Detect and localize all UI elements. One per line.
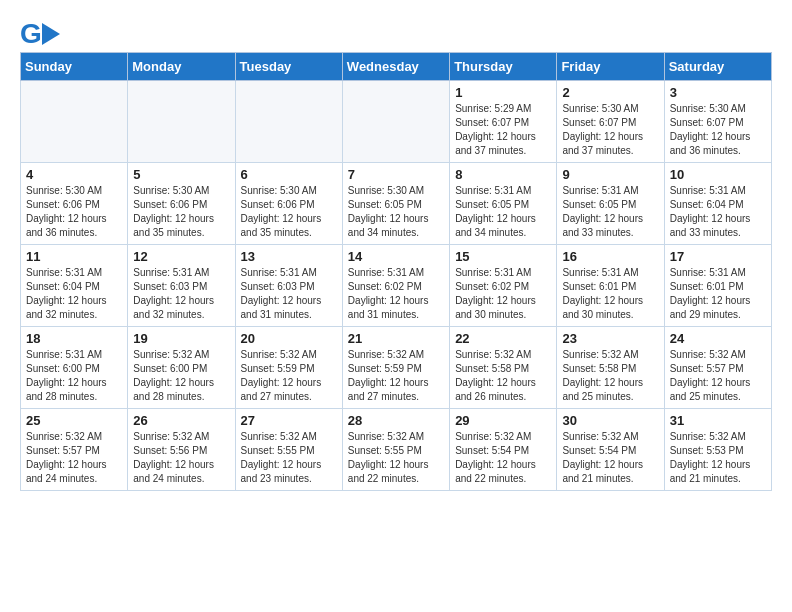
calendar-cell: 20Sunrise: 5:32 AM Sunset: 5:59 PM Dayli… — [235, 327, 342, 409]
calendar-week-2: 4Sunrise: 5:30 AM Sunset: 6:06 PM Daylig… — [21, 163, 772, 245]
calendar-cell: 30Sunrise: 5:32 AM Sunset: 5:54 PM Dayli… — [557, 409, 664, 491]
day-info: Sunrise: 5:30 AM Sunset: 6:06 PM Dayligh… — [26, 184, 122, 240]
day-info: Sunrise: 5:31 AM Sunset: 6:05 PM Dayligh… — [562, 184, 658, 240]
calendar-cell: 18Sunrise: 5:31 AM Sunset: 6:00 PM Dayli… — [21, 327, 128, 409]
calendar-week-3: 11Sunrise: 5:31 AM Sunset: 6:04 PM Dayli… — [21, 245, 772, 327]
day-number: 16 — [562, 249, 658, 264]
day-info: Sunrise: 5:31 AM Sunset: 6:04 PM Dayligh… — [670, 184, 766, 240]
day-info: Sunrise: 5:31 AM Sunset: 6:03 PM Dayligh… — [133, 266, 229, 322]
day-number: 1 — [455, 85, 551, 100]
day-number: 10 — [670, 167, 766, 182]
calendar-cell: 26Sunrise: 5:32 AM Sunset: 5:56 PM Dayli… — [128, 409, 235, 491]
weekday-header-saturday: Saturday — [664, 53, 771, 81]
calendar-cell: 6Sunrise: 5:30 AM Sunset: 6:06 PM Daylig… — [235, 163, 342, 245]
logo-g-icon: G — [20, 20, 42, 48]
calendar-cell: 14Sunrise: 5:31 AM Sunset: 6:02 PM Dayli… — [342, 245, 449, 327]
day-number: 19 — [133, 331, 229, 346]
weekday-header-friday: Friday — [557, 53, 664, 81]
day-info: Sunrise: 5:32 AM Sunset: 5:57 PM Dayligh… — [26, 430, 122, 486]
calendar-cell: 16Sunrise: 5:31 AM Sunset: 6:01 PM Dayli… — [557, 245, 664, 327]
calendar-cell: 19Sunrise: 5:32 AM Sunset: 6:00 PM Dayli… — [128, 327, 235, 409]
day-number: 13 — [241, 249, 337, 264]
day-info: Sunrise: 5:32 AM Sunset: 5:59 PM Dayligh… — [348, 348, 444, 404]
day-info: Sunrise: 5:31 AM Sunset: 6:04 PM Dayligh… — [26, 266, 122, 322]
day-number: 22 — [455, 331, 551, 346]
page: G SundayMondayTuesdayWednesdayThursdayFr… — [0, 0, 792, 501]
calendar-cell: 7Sunrise: 5:30 AM Sunset: 6:05 PM Daylig… — [342, 163, 449, 245]
day-info: Sunrise: 5:31 AM Sunset: 6:01 PM Dayligh… — [670, 266, 766, 322]
day-info: Sunrise: 5:32 AM Sunset: 5:53 PM Dayligh… — [670, 430, 766, 486]
logo: G — [20, 20, 60, 46]
day-info: Sunrise: 5:32 AM Sunset: 5:59 PM Dayligh… — [241, 348, 337, 404]
day-info: Sunrise: 5:32 AM Sunset: 5:54 PM Dayligh… — [562, 430, 658, 486]
day-info: Sunrise: 5:32 AM Sunset: 5:58 PM Dayligh… — [455, 348, 551, 404]
day-number: 2 — [562, 85, 658, 100]
day-info: Sunrise: 5:31 AM Sunset: 6:05 PM Dayligh… — [455, 184, 551, 240]
day-info: Sunrise: 5:32 AM Sunset: 6:00 PM Dayligh… — [133, 348, 229, 404]
day-info: Sunrise: 5:31 AM Sunset: 6:00 PM Dayligh… — [26, 348, 122, 404]
day-number: 15 — [455, 249, 551, 264]
calendar-cell — [21, 81, 128, 163]
calendar-week-5: 25Sunrise: 5:32 AM Sunset: 5:57 PM Dayli… — [21, 409, 772, 491]
logo-arrow-icon — [42, 23, 60, 45]
weekday-header-wednesday: Wednesday — [342, 53, 449, 81]
day-info: Sunrise: 5:30 AM Sunset: 6:07 PM Dayligh… — [562, 102, 658, 158]
calendar-cell — [342, 81, 449, 163]
day-number: 25 — [26, 413, 122, 428]
day-number: 31 — [670, 413, 766, 428]
day-number: 7 — [348, 167, 444, 182]
weekday-header-sunday: Sunday — [21, 53, 128, 81]
calendar-cell — [128, 81, 235, 163]
day-number: 29 — [455, 413, 551, 428]
calendar-cell: 12Sunrise: 5:31 AM Sunset: 6:03 PM Dayli… — [128, 245, 235, 327]
day-number: 28 — [348, 413, 444, 428]
day-info: Sunrise: 5:32 AM Sunset: 5:55 PM Dayligh… — [348, 430, 444, 486]
calendar-cell: 23Sunrise: 5:32 AM Sunset: 5:58 PM Dayli… — [557, 327, 664, 409]
day-number: 18 — [26, 331, 122, 346]
day-info: Sunrise: 5:32 AM Sunset: 5:56 PM Dayligh… — [133, 430, 229, 486]
weekday-header-tuesday: Tuesday — [235, 53, 342, 81]
day-number: 21 — [348, 331, 444, 346]
day-info: Sunrise: 5:31 AM Sunset: 6:02 PM Dayligh… — [348, 266, 444, 322]
day-number: 11 — [26, 249, 122, 264]
calendar-table: SundayMondayTuesdayWednesdayThursdayFrid… — [20, 52, 772, 491]
calendar-cell: 25Sunrise: 5:32 AM Sunset: 5:57 PM Dayli… — [21, 409, 128, 491]
svg-marker-0 — [42, 23, 60, 45]
day-info: Sunrise: 5:30 AM Sunset: 6:06 PM Dayligh… — [133, 184, 229, 240]
calendar-cell: 1Sunrise: 5:29 AM Sunset: 6:07 PM Daylig… — [450, 81, 557, 163]
day-number: 27 — [241, 413, 337, 428]
day-info: Sunrise: 5:30 AM Sunset: 6:06 PM Dayligh… — [241, 184, 337, 240]
day-number: 4 — [26, 167, 122, 182]
calendar-cell: 15Sunrise: 5:31 AM Sunset: 6:02 PM Dayli… — [450, 245, 557, 327]
day-number: 26 — [133, 413, 229, 428]
calendar-cell: 3Sunrise: 5:30 AM Sunset: 6:07 PM Daylig… — [664, 81, 771, 163]
day-info: Sunrise: 5:31 AM Sunset: 6:02 PM Dayligh… — [455, 266, 551, 322]
day-info: Sunrise: 5:32 AM Sunset: 5:54 PM Dayligh… — [455, 430, 551, 486]
calendar-week-1: 1Sunrise: 5:29 AM Sunset: 6:07 PM Daylig… — [21, 81, 772, 163]
weekday-header-monday: Monday — [128, 53, 235, 81]
calendar-cell: 4Sunrise: 5:30 AM Sunset: 6:06 PM Daylig… — [21, 163, 128, 245]
calendar-cell: 29Sunrise: 5:32 AM Sunset: 5:54 PM Dayli… — [450, 409, 557, 491]
weekday-header-row: SundayMondayTuesdayWednesdayThursdayFrid… — [21, 53, 772, 81]
calendar-cell: 2Sunrise: 5:30 AM Sunset: 6:07 PM Daylig… — [557, 81, 664, 163]
calendar-cell: 8Sunrise: 5:31 AM Sunset: 6:05 PM Daylig… — [450, 163, 557, 245]
calendar-cell: 28Sunrise: 5:32 AM Sunset: 5:55 PM Dayli… — [342, 409, 449, 491]
day-number: 5 — [133, 167, 229, 182]
calendar-cell: 17Sunrise: 5:31 AM Sunset: 6:01 PM Dayli… — [664, 245, 771, 327]
day-number: 12 — [133, 249, 229, 264]
day-info: Sunrise: 5:31 AM Sunset: 6:01 PM Dayligh… — [562, 266, 658, 322]
calendar-cell — [235, 81, 342, 163]
day-number: 6 — [241, 167, 337, 182]
day-info: Sunrise: 5:32 AM Sunset: 5:58 PM Dayligh… — [562, 348, 658, 404]
day-number: 23 — [562, 331, 658, 346]
day-number: 9 — [562, 167, 658, 182]
calendar-cell: 31Sunrise: 5:32 AM Sunset: 5:53 PM Dayli… — [664, 409, 771, 491]
calendar-cell: 27Sunrise: 5:32 AM Sunset: 5:55 PM Dayli… — [235, 409, 342, 491]
day-info: Sunrise: 5:30 AM Sunset: 6:07 PM Dayligh… — [670, 102, 766, 158]
day-info: Sunrise: 5:32 AM Sunset: 5:57 PM Dayligh… — [670, 348, 766, 404]
calendar-cell: 21Sunrise: 5:32 AM Sunset: 5:59 PM Dayli… — [342, 327, 449, 409]
day-info: Sunrise: 5:29 AM Sunset: 6:07 PM Dayligh… — [455, 102, 551, 158]
day-number: 30 — [562, 413, 658, 428]
day-number: 24 — [670, 331, 766, 346]
calendar-cell: 24Sunrise: 5:32 AM Sunset: 5:57 PM Dayli… — [664, 327, 771, 409]
